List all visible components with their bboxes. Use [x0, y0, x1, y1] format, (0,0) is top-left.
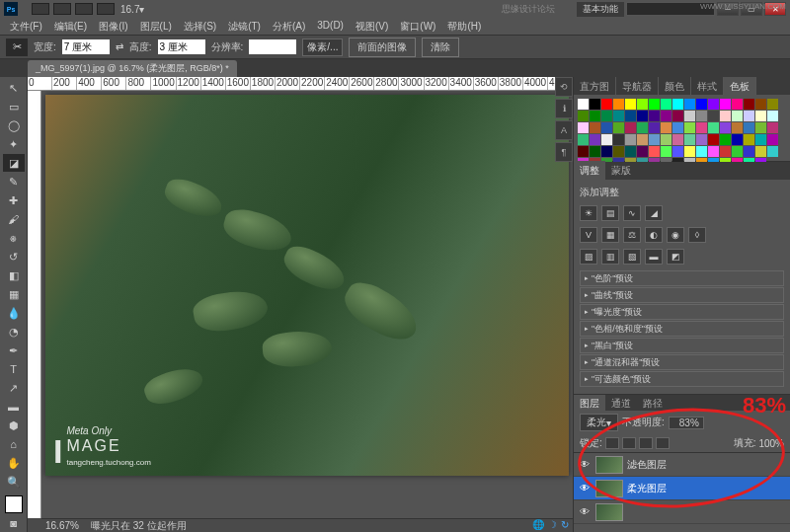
swatch[interactable]: [637, 146, 648, 157]
sync-icon[interactable]: ↻: [561, 519, 569, 530]
swatch[interactable]: [601, 146, 612, 157]
hue-icon[interactable]: ▦: [601, 227, 619, 243]
swatch[interactable]: [720, 99, 731, 110]
swatch[interactable]: [720, 122, 731, 133]
swatch[interactable]: [578, 134, 589, 145]
swatch[interactable]: [684, 122, 695, 133]
extras-icon[interactable]: [97, 3, 115, 15]
preset-item[interactable]: "黑白"预设: [580, 338, 784, 353]
menu-window[interactable]: 窗口(W): [394, 18, 441, 35]
swatch[interactable]: [578, 111, 589, 121]
opacity-input[interactable]: 83%: [669, 417, 704, 429]
swatch[interactable]: [755, 122, 766, 133]
swatch[interactable]: [672, 146, 683, 157]
zoom-tool-icon[interactable]: 🔍: [3, 473, 25, 491]
menu-image[interactable]: 图像(I): [93, 18, 133, 35]
blur-tool-icon[interactable]: 💧: [3, 304, 25, 322]
swatch[interactable]: [744, 146, 754, 157]
swatch[interactable]: [732, 111, 743, 121]
shape-tool-icon[interactable]: ▬: [3, 398, 25, 416]
clear-button[interactable]: 清除: [422, 38, 459, 57]
preset-item[interactable]: "通道混和器"预设: [580, 354, 784, 370]
brightness-icon[interactable]: ☀: [580, 205, 597, 221]
swatch[interactable]: [708, 122, 719, 133]
tab-adjustments[interactable]: 调整: [574, 161, 605, 181]
swatch[interactable]: [649, 99, 660, 110]
swatch[interactable]: [767, 146, 778, 157]
swatches-grid[interactable]: [574, 95, 790, 162]
swap-icon[interactable]: ⇄: [116, 41, 123, 52]
swatch[interactable]: [696, 99, 707, 110]
type-tool-icon[interactable]: T: [3, 360, 25, 378]
swatch[interactable]: [708, 99, 719, 110]
moon-icon[interactable]: ☽: [548, 519, 557, 530]
swatch[interactable]: [613, 99, 624, 110]
swatch[interactable]: [732, 122, 743, 133]
swatch[interactable]: [755, 99, 766, 110]
layer-name[interactable]: 滤色图层: [627, 458, 667, 472]
swatch[interactable]: [672, 122, 683, 133]
foreground-color[interactable]: [5, 495, 23, 513]
swatch[interactable]: [601, 122, 612, 133]
swatch[interactable]: [672, 111, 683, 121]
swatch[interactable]: [767, 122, 778, 133]
layer-thumb[interactable]: [595, 456, 623, 474]
height-input[interactable]: 3 厘米: [158, 39, 205, 54]
mixer-icon[interactable]: ◊: [688, 227, 706, 243]
crop-tool-icon[interactable]: ◪: [3, 154, 25, 172]
menu-layer[interactable]: 图层(L): [134, 18, 178, 35]
tab-styles[interactable]: 样式: [691, 77, 724, 95]
width-input[interactable]: 7 厘米: [62, 39, 110, 54]
marquee-tool-icon[interactable]: ▭: [3, 98, 25, 115]
layer-name[interactable]: 柔光图层: [627, 482, 667, 495]
layer-thumb[interactable]: [595, 503, 623, 521]
swatch[interactable]: [672, 134, 683, 145]
lock-trans-icon[interactable]: [605, 437, 619, 449]
swatch[interactable]: [684, 99, 695, 110]
res-input[interactable]: [249, 39, 296, 54]
lock-pos-icon[interactable]: [639, 437, 653, 449]
swatch[interactable]: [661, 99, 672, 110]
menu-view[interactable]: 视图(V): [350, 18, 394, 35]
menu-help[interactable]: 帮助(H): [441, 18, 487, 35]
tab-masks[interactable]: 蒙版: [605, 161, 637, 181]
swatch[interactable]: [625, 134, 636, 145]
swatch[interactable]: [601, 99, 612, 110]
swatch[interactable]: [696, 111, 707, 121]
swatch[interactable]: [625, 122, 636, 133]
lock-all-icon[interactable]: [656, 437, 670, 449]
menu-filter[interactable]: 滤镜(T): [222, 18, 267, 35]
eyedropper-tool-icon[interactable]: ✎: [3, 173, 25, 190]
swatch[interactable]: [590, 99, 600, 110]
swatch[interactable]: [696, 146, 707, 157]
bw-icon[interactable]: ◐: [645, 227, 663, 243]
lasso-tool-icon[interactable]: ◯: [3, 116, 25, 134]
swatch[interactable]: [767, 99, 778, 110]
swatch[interactable]: [590, 111, 600, 121]
swatch[interactable]: [732, 146, 743, 157]
layer-row[interactable]: 👁: [574, 500, 790, 524]
tab-histogram[interactable]: 直方图: [574, 77, 616, 95]
path-tool-icon[interactable]: ↗: [3, 379, 25, 397]
poster-icon[interactable]: ▥: [601, 249, 619, 265]
balance-icon[interactable]: ⚖: [623, 227, 641, 243]
move-tool-icon[interactable]: ↖: [3, 79, 25, 97]
camera-tool-icon[interactable]: ⌂: [3, 435, 25, 453]
tab-paths[interactable]: 路径: [637, 395, 669, 411]
globe-icon[interactable]: 🌐: [532, 519, 544, 530]
swatch[interactable]: [744, 111, 754, 121]
workspace-switcher[interactable]: 基本功能: [577, 2, 624, 17]
swatch[interactable]: [637, 111, 648, 121]
curves-icon[interactable]: ∿: [623, 205, 641, 221]
swatch[interactable]: [684, 134, 695, 145]
zoom-dd-icon[interactable]: ▾: [139, 4, 144, 15]
swatch[interactable]: [708, 111, 719, 121]
fill-input[interactable]: 100%: [758, 438, 784, 449]
preset-item[interactable]: "色相/饱和度"预设: [580, 321, 784, 337]
layer-thumb[interactable]: [595, 480, 623, 497]
swatch[interactable]: [637, 122, 648, 133]
swatch[interactable]: [590, 146, 600, 157]
swatch[interactable]: [578, 122, 589, 133]
eraser-tool-icon[interactable]: ◧: [3, 266, 25, 284]
swatch[interactable]: [613, 146, 624, 157]
